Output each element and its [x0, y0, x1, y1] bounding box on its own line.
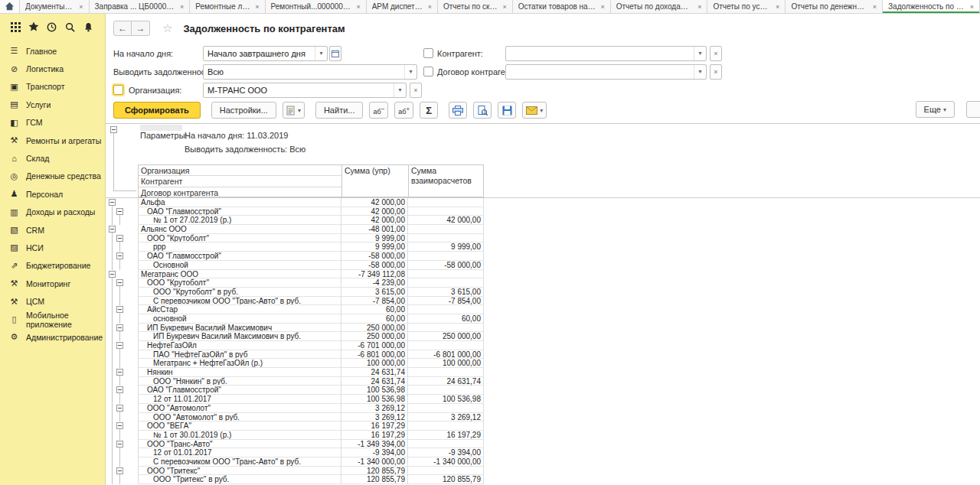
report-row[interactable]: Мегатранс ООО-7 349 112,08: [106, 270, 980, 279]
report-row[interactable]: ООО "Крутоболт"-4 239,00: [106, 278, 980, 288]
cell-name[interactable]: ИП Букревич Василий Максимович в руб.: [138, 332, 341, 341]
cell-sum-upr[interactable]: -7 854,00: [341, 297, 408, 306]
group-collapse-marker[interactable]: [116, 252, 123, 259]
group-collapse-marker[interactable]: [116, 306, 123, 313]
group-collapse-marker[interactable]: [116, 386, 123, 393]
cell-name[interactable]: НефтеГазОйл: [138, 341, 341, 350]
counterparty-dropdown-icon[interactable]: ▾: [694, 47, 706, 60]
favorite-star-icon[interactable]: ☆: [162, 21, 172, 35]
report-row[interactable]: ИП Букревич Василий Максимович250 000,00: [106, 324, 980, 333]
menu-grid-icon[interactable]: [9, 21, 21, 33]
report-row[interactable]: ОАО "Главмосстрой"-58 000,00: [106, 252, 980, 261]
report-row[interactable]: Основной-58 000,00-58 000,00: [106, 261, 980, 270]
group-collapse-marker[interactable]: [109, 199, 116, 206]
tab-close-icon[interactable]: ×: [428, 3, 432, 11]
group-collapse-marker[interactable]: [116, 441, 123, 448]
history-clock-icon[interactable]: [46, 21, 58, 33]
report-collapse-marker[interactable]: [110, 126, 117, 133]
cell-sum-vz[interactable]: -6 801 000,00: [408, 350, 484, 360]
counterparty-clear-button[interactable]: ×: [710, 46, 722, 61]
cell-sum-vz[interactable]: 60,00: [408, 314, 484, 324]
sidebar-item-warehouse[interactable]: ⌂Склад: [0, 149, 105, 167]
cell-sum-upr[interactable]: 3 269,12: [341, 413, 408, 422]
cell-name[interactable]: ООО "ВЕГА": [138, 422, 341, 431]
cell-name[interactable]: 12 от 11.01.2017: [138, 395, 341, 404]
cell-name[interactable]: 12 от 01.01.2017: [138, 448, 341, 457]
send-email-button[interactable]: ▾: [522, 102, 547, 119]
cell-sum-vz[interactable]: 120 855,79: [408, 475, 484, 484]
cell-sum-upr[interactable]: -4 239,00: [341, 278, 408, 288]
contract-checkbox[interactable]: [423, 67, 433, 76]
sidebar-item-fuel[interactable]: ◧ГСМ: [0, 114, 105, 132]
cell-sum-vz[interactable]: [408, 198, 484, 207]
generate-button[interactable]: Сформировать: [113, 102, 201, 119]
cell-name[interactable]: № 1 от 27.02.2019 (р.): [138, 216, 341, 225]
report-row[interactable]: ООО "ВЕГА"16 197,29: [106, 422, 980, 431]
report-variants-button[interactable]: ▾: [283, 102, 305, 119]
organization-dropdown-icon[interactable]: ▾: [394, 83, 406, 97]
counterparty-input[interactable]: ▾: [505, 46, 707, 61]
tab-0[interactable]: Документы ГСМ×: [20, 0, 90, 13]
cell-sum-vz[interactable]: [408, 440, 484, 449]
cell-sum-upr[interactable]: 100 536,98: [341, 386, 408, 395]
cell-sum-upr[interactable]: 42 000,00: [341, 198, 408, 207]
cell-sum-vz[interactable]: -9 394,00: [408, 448, 484, 457]
cell-name[interactable]: Мегатранс + НефтеГазОйл (р.): [138, 359, 341, 368]
tab-3[interactable]: Ремонтный...00000000009×: [266, 0, 367, 13]
cell-sum-vz[interactable]: [408, 422, 484, 431]
cell-sum-vz[interactable]: 100 536,98: [408, 395, 484, 404]
sidebar-item-budgeting[interactable]: ⇗Бюджетирование: [0, 257, 105, 275]
settings-button[interactable]: Настройки...: [211, 102, 276, 119]
cell-sum-vz[interactable]: 3 269,12: [408, 413, 484, 422]
cell-sum-vz[interactable]: [408, 270, 484, 279]
cell-sum-upr[interactable]: 42 000,00: [341, 207, 408, 216]
forward-button[interactable]: →: [132, 21, 150, 36]
more-button[interactable]: Еще▾: [916, 101, 955, 118]
cell-name[interactable]: ООО "Тритекс": [138, 467, 341, 476]
cell-sum-upr[interactable]: -48 001,00: [341, 225, 408, 234]
group-collapse-marker[interactable]: [116, 235, 123, 242]
sidebar-item-transport[interactable]: ▣Транспорт: [0, 78, 105, 96]
tab-10[interactable]: Задолженность по конт...×: [883, 0, 980, 13]
report-row[interactable]: Нянкин24 631,74: [106, 368, 980, 377]
cell-sum-upr[interactable]: 100 000,00: [341, 359, 408, 368]
cell-name[interactable]: ррр: [138, 242, 341, 252]
report-row[interactable]: ООО "Нянкин" в руб.24 631,7424 631,74: [106, 377, 980, 386]
cell-name[interactable]: Альянс ООО: [138, 225, 341, 234]
contract-input[interactable]: ▾: [505, 64, 707, 80]
report-row[interactable]: Альфа42 000,00: [106, 198, 980, 207]
cell-sum-upr[interactable]: 3 269,12: [341, 404, 408, 413]
cell-sum-upr[interactable]: 16 197,29: [341, 422, 408, 431]
cell-sum-vz[interactable]: 100 000,00: [408, 359, 484, 368]
cell-name[interactable]: Альфа: [138, 198, 341, 207]
sidebar-item-home-sections[interactable]: ☰Главное: [0, 42, 105, 60]
tab-close-icon[interactable]: ×: [356, 3, 360, 11]
tab-close-icon[interactable]: ×: [180, 3, 184, 11]
organization-checkbox[interactable]: [113, 85, 123, 95]
cell-name[interactable]: ООО "Нянкин" в руб.: [138, 377, 341, 386]
cell-sum-upr[interactable]: 250 000,00: [341, 324, 408, 333]
cell-name[interactable]: № 1 от 30.01.2019 (р.): [138, 431, 341, 440]
cell-sum-vz[interactable]: [408, 368, 484, 377]
cell-sum-upr[interactable]: 60,00: [341, 305, 408, 314]
report-row[interactable]: ООО "Автомолот"3 269,12: [106, 404, 980, 413]
tab-8[interactable]: Отчеты по услугам×: [707, 0, 786, 13]
cell-sum-vz[interactable]: [408, 386, 484, 395]
cell-sum-vz[interactable]: 24 631,74: [408, 377, 484, 386]
clipped-edge-button[interactable]: [966, 101, 980, 118]
tab-close-icon[interactable]: ×: [970, 3, 974, 11]
home-tab[interactable]: [0, 0, 20, 13]
back-button[interactable]: ←: [113, 21, 132, 36]
cell-sum-upr[interactable]: 250 000,00: [341, 332, 408, 341]
sidebar-item-repairs[interactable]: ⚒Ремонты и агрегаты: [0, 132, 105, 149]
report-row[interactable]: ОАО "Главмосстрой"100 536,98: [106, 386, 980, 395]
tab-close-icon[interactable]: ×: [873, 3, 877, 11]
group-collapse-marker[interactable]: [116, 467, 123, 474]
cell-name[interactable]: ООО "Крутоболт": [138, 234, 341, 243]
tab-7[interactable]: Отчеты по доходам и р...×: [611, 0, 708, 13]
cell-sum-upr[interactable]: 42 000,00: [341, 216, 408, 225]
report-row[interactable]: ООО "Тритекс"120 855,79: [106, 467, 980, 476]
report-row[interactable]: 12 от 01.01.2017-9 394,00-9 394,00: [106, 448, 980, 457]
cell-name[interactable]: ОАО "Главмосстрой": [138, 252, 341, 261]
cell-name[interactable]: Мегатранс ООО: [138, 270, 341, 279]
